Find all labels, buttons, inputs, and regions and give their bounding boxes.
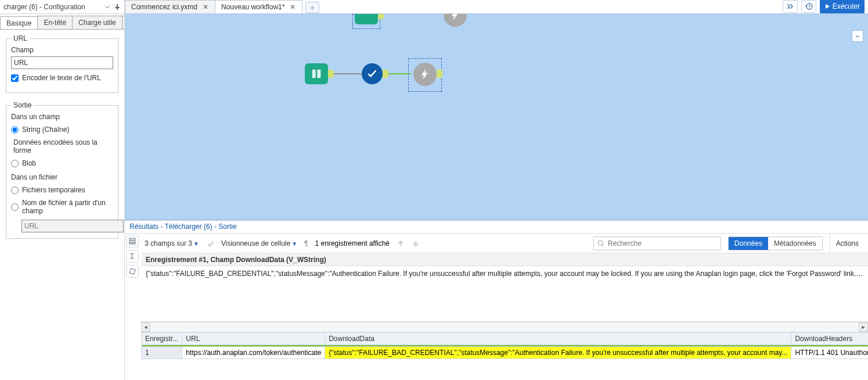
tool-download-selected[interactable] (413, 63, 437, 86)
radio-temp-row[interactable]: Fichiers temporaires (11, 186, 113, 194)
tool-text-input[interactable] (305, 63, 328, 84)
tab-connexion[interactable]: Connexion (122, 16, 124, 29)
tool-download-top[interactable] (444, 14, 467, 27)
play-icon (824, 3, 830, 9)
doctab-commencez-ici[interactable]: Commencez ici.yxmd ✕ (125, 0, 215, 13)
encoded-as-label: Données encodées sous la forme (13, 138, 113, 155)
config-panel-title: charger (6) - Configuration (3, 3, 85, 11)
horizontal-scrollbar[interactable]: ◄ ► (141, 322, 868, 332)
to-file-label: Dans un fichier (11, 173, 113, 181)
radio-filename-row[interactable]: Nom de fichier à partir d'un champ (11, 199, 113, 215)
results-grid[interactable]: Enregistr... URL DownloadData DownloadHe… (141, 332, 868, 381)
sigma-icon[interactable]: Σ (126, 250, 139, 263)
anchor-out[interactable] (378, 14, 384, 19)
results-panel: Résultats - Télécharger (6) - Sortie Σ 3… (125, 220, 868, 380)
encode-url-checkbox[interactable] (11, 74, 19, 82)
configuration-panel: charger (6) - Configuration Basique En-t… (0, 0, 125, 380)
record-count: 1 enregistrement affiché (315, 239, 390, 248)
col-url[interactable]: URL (182, 332, 325, 345)
rows-icon[interactable] (126, 235, 139, 248)
results-search-input[interactable] (608, 239, 717, 248)
results-toolbar: 3 champs sur 3▼ Visionneuse de cellule▼ … (141, 234, 868, 253)
config-panel-title-bar: charger (6) - Configuration (0, 0, 124, 14)
svg-rect-2 (129, 241, 135, 242)
url-field-label: Champ (11, 46, 113, 54)
grid-header-row: Enregistr... URL DownloadData DownloadHe… (142, 332, 869, 345)
cell-downloaddata[interactable]: {"status":"FAILURE_BAD_CREDENTIAL","stat… (325, 346, 791, 359)
overflow-button[interactable] (783, 0, 798, 13)
tab-entete[interactable]: En-tête (37, 16, 73, 29)
anchor-out[interactable] (383, 70, 388, 78)
actions-menu[interactable]: Actions (830, 234, 865, 253)
chevron-down-icon[interactable] (105, 4, 110, 10)
radio-string[interactable] (11, 126, 19, 134)
col-downloadheaders[interactable]: DownloadHeaders (791, 332, 868, 345)
svg-rect-3 (129, 243, 135, 244)
workflow-canvas[interactable]: – (125, 14, 868, 220)
cell-viewer[interactable]: Visionneuse de cellule▼ (221, 239, 297, 248)
document-tabbar: Commencez ici.yxmd ✕ Nouveau workflow1* … (125, 0, 868, 14)
tabbar-right: Exécuter (783, 0, 868, 13)
fields-count[interactable]: 3 champs sur 3▼ (145, 239, 199, 248)
record-value[interactable]: {"status":"FAILURE_BAD_CREDENTIAL","stat… (146, 270, 863, 278)
results-title-anchor: Sortie (218, 223, 236, 231)
search-icon (597, 240, 604, 247)
results-search[interactable] (593, 236, 721, 250)
tab-basique[interactable]: Basique (0, 16, 38, 29)
apply-icon[interactable] (206, 239, 214, 248)
run-button[interactable]: Exécuter (820, 0, 865, 13)
encode-url-label: Encoder le texte de l'URL (22, 74, 101, 82)
connector (334, 73, 362, 74)
table-row[interactable]: 1 https://auth.anaplan.com/token/authent… (142, 346, 869, 359)
record-header: Enregistrement #1, Champ DownloadData (V… (141, 253, 868, 266)
anchor-out[interactable] (328, 70, 334, 78)
col-record[interactable]: Enregistr... (142, 332, 182, 345)
lightning-icon (419, 68, 431, 81)
cell-url[interactable]: https://auth.anaplan.com/token/authentic… (182, 346, 325, 359)
col-downloaddata[interactable]: DownloadData (325, 332, 791, 345)
radio-filename[interactable] (11, 203, 19, 211)
url-fieldset: URL Champ Encoder le texte de l'URL (6, 34, 118, 93)
anchor-out[interactable] (437, 70, 442, 78)
encode-url-row[interactable]: Encoder le texte de l'URL (11, 74, 113, 82)
doctab-nouveau-workflow[interactable]: Nouveau workflow1* ✕ (215, 0, 302, 13)
output-legend: Sortie (11, 101, 34, 109)
doctab-label: Commencez ici.yxmd (131, 3, 197, 11)
radio-temp[interactable] (11, 187, 19, 194)
history-button[interactable] (801, 0, 816, 13)
radio-blob-row[interactable]: Blob (11, 159, 113, 167)
radio-string-label: String (Chaîne) (22, 126, 69, 134)
results-title-prefix: Résultats (129, 223, 159, 231)
radio-temp-label: Fichiers temporaires (22, 186, 85, 194)
data-meta-segment: Données Métadonnées (728, 236, 823, 250)
run-button-label: Exécuter (833, 2, 860, 10)
tool-select[interactable] (362, 63, 383, 84)
close-icon[interactable]: ✕ (202, 3, 209, 10)
radio-string-row[interactable]: String (Chaîne) (11, 126, 113, 134)
arrow-down-icon[interactable] (412, 239, 420, 248)
config-tabs: Basique En-tête Charge utile Connexion (0, 14, 124, 30)
pin-icon[interactable] (114, 3, 121, 10)
seg-metadata[interactable]: Métadonnées (768, 237, 822, 250)
new-tab-button[interactable]: ＋ (305, 2, 319, 13)
scroll-left-icon[interactable]: ◄ (141, 322, 150, 332)
config-body: URL Champ Encoder le texte de l'URL Sort… (0, 30, 124, 253)
seg-data[interactable]: Données (729, 237, 768, 250)
lightning-icon (449, 14, 462, 21)
radio-blob[interactable] (11, 160, 19, 167)
url-legend: URL (11, 34, 30, 42)
svg-rect-1 (129, 238, 135, 240)
collapse-button[interactable]: – (852, 30, 863, 42)
shape-icon[interactable] (126, 265, 139, 278)
close-icon[interactable]: ✕ (289, 3, 296, 10)
arrow-up-icon[interactable] (397, 239, 405, 248)
record-body: {"status":"FAILURE_BAD_CREDENTIAL","stat… (141, 266, 868, 322)
check-icon (206, 239, 214, 248)
paragraph-icon[interactable]: ¶ (304, 239, 308, 248)
url-field-input[interactable] (11, 56, 113, 69)
scroll-right-icon[interactable]: ► (859, 322, 868, 332)
cell-downloadheaders[interactable]: HTTP/1.1 401 Unauthorized (791, 346, 868, 359)
tab-charge-utile[interactable]: Charge utile (72, 16, 123, 29)
tool-input-top[interactable] (355, 14, 378, 24)
svg-point-4 (598, 241, 603, 245)
